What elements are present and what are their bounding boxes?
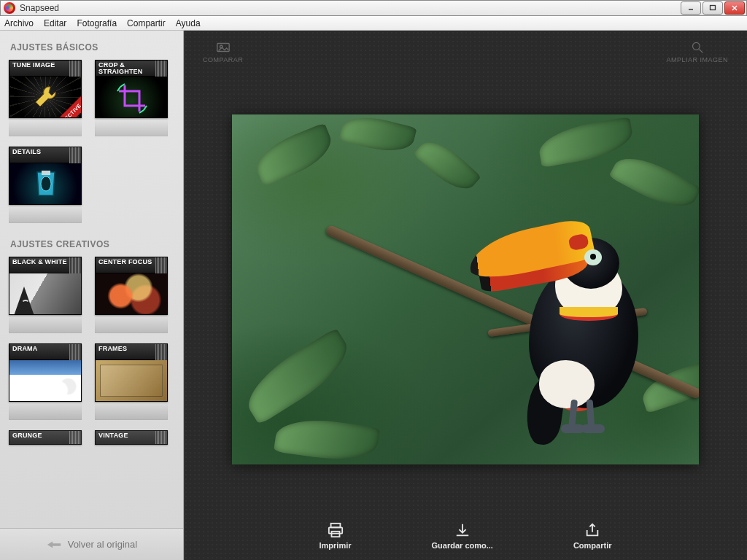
app-icon [4, 2, 15, 14]
eiffel-icon [14, 287, 34, 315]
wrench-icon [31, 82, 61, 112]
filter-details[interactable]: DETAILS [9, 147, 82, 223]
filter-grunge[interactable]: GRUNGE [9, 430, 82, 445]
menu-photography[interactable]: Fotografía [77, 18, 117, 28]
magnify-icon [690, 41, 705, 54]
minimize-button[interactable] [681, 1, 701, 15]
photo-subject-toucan [476, 206, 659, 446]
svg-point-4 [41, 176, 51, 191]
tile-label: FRAMES [98, 345, 127, 352]
window-titlebar: Snapseed [0, 0, 747, 16]
svg-point-8 [692, 42, 700, 50]
tile-label: BLACK & WHITE [12, 258, 67, 265]
zoom-label: AMPLIAR IMAGEN [666, 56, 728, 63]
menu-edit[interactable]: Editar [44, 18, 66, 28]
save-as-label: Guardar como... [432, 541, 493, 550]
filter-frames[interactable]: FRAMES [95, 343, 168, 420]
menu-bar: Archivo Editar Fotografía Compartir Ayud… [0, 16, 747, 31]
filter-tune-image[interactable]: TUNE IMAGE SELECTIVE [9, 60, 82, 136]
revert-to-original-button[interactable]: Volver al original [0, 528, 183, 560]
filter-black-white[interactable]: BLACK & WHITE [9, 257, 82, 333]
window-title: Snapseed [20, 3, 59, 13]
filter-vintage[interactable]: VINTAGE [95, 430, 168, 445]
share-icon [584, 522, 601, 538]
tile-label: DRAMA [12, 345, 38, 352]
maximize-button[interactable] [703, 1, 723, 15]
canvas-area: COMPARAR AMPLIAR IMAGEN [184, 31, 747, 560]
download-icon [454, 522, 471, 538]
menu-file[interactable]: Archivo [4, 18, 34, 28]
print-button[interactable]: Imprimir [320, 522, 352, 550]
filter-center-focus[interactable]: CENTER FOCUS [95, 257, 168, 333]
svg-rect-5 [42, 171, 50, 175]
filter-crop-straighten[interactable]: CROP & STRAIGHTEN [95, 60, 168, 136]
share-button[interactable]: Compartir [573, 522, 612, 550]
sharpener-icon [31, 166, 61, 201]
tile-label: CROP & STRAIGHTEN [98, 61, 143, 75]
crop-icon [115, 81, 150, 116]
sidebar: AJUSTES BÁSICOS TUNE IMAGE SELECTIVE CRO… [0, 31, 184, 560]
zoom-button[interactable]: AMPLIAR IMAGEN [666, 41, 728, 63]
filter-drama[interactable]: DRAMA [9, 343, 82, 420]
compare-label: COMPARAR [203, 56, 243, 63]
close-button[interactable] [724, 1, 745, 15]
tile-label: DETAILS [12, 148, 41, 155]
revert-label: Volver al original [68, 539, 137, 550]
svg-line-9 [699, 49, 703, 52]
section-title-basic: AJUSTES BÁSICOS [10, 42, 174, 52]
compare-icon [216, 41, 231, 54]
tile-label: VINTAGE [98, 432, 128, 439]
compare-button[interactable]: COMPARAR [203, 41, 243, 63]
tile-label: GRUNGE [12, 432, 42, 439]
menu-help[interactable]: Ayuda [176, 18, 201, 28]
tile-label: CENTER FOCUS [98, 258, 152, 265]
menu-share[interactable]: Compartir [127, 18, 166, 28]
back-arrow-icon [46, 540, 62, 550]
svg-rect-1 [711, 6, 716, 10]
save-as-button[interactable]: Guardar como... [432, 522, 493, 550]
print-icon [327, 522, 344, 538]
tile-label: TUNE IMAGE [12, 61, 55, 69]
print-label: Imprimir [320, 541, 352, 550]
image-preview[interactable] [232, 114, 699, 464]
section-title-creative: AJUSTES CREATIVOS [10, 239, 174, 249]
share-label: Compartir [573, 541, 612, 550]
